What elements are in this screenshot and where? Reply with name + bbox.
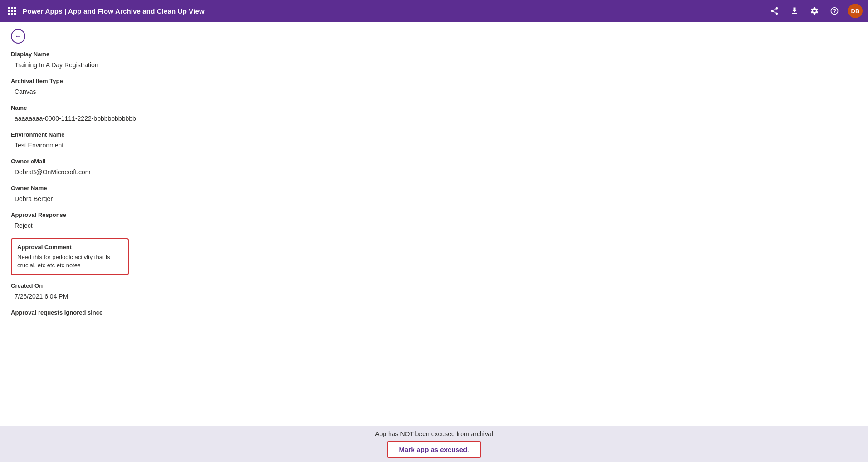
share-icon[interactable] <box>768 5 781 17</box>
top-navigation: Power Apps | App and Flow Archive and Cl… <box>0 0 868 22</box>
archival-item-type-section: Archival Item Type Canvas <box>11 78 857 97</box>
svg-rect-1 <box>11 7 13 9</box>
svg-rect-5 <box>14 10 16 12</box>
mark-excused-button[interactable]: Mark app as excused. <box>387 441 481 458</box>
svg-rect-8 <box>14 13 16 15</box>
created-on-value: 7/26/2021 6:04 PM <box>11 291 857 302</box>
approval-comment-box: Approval Comment Need this for periodic … <box>11 238 129 275</box>
nav-icon-group: DB <box>768 4 863 18</box>
owner-email-section: Owner eMail DebraB@OnMicrosoft.com <box>11 158 857 177</box>
owner-name-label: Owner Name <box>11 185 857 192</box>
help-icon[interactable] <box>828 5 841 17</box>
bottom-bar: App has NOT been excused from archival M… <box>0 426 868 462</box>
svg-rect-7 <box>11 13 13 15</box>
name-value: aaaaaaaa-0000-1111-2222-bbbbbbbbbbbb <box>11 113 857 124</box>
display-name-section: Display Name Training In A Day Registrat… <box>11 51 857 70</box>
main-content: ← Display Name Training In A Day Registr… <box>0 22 868 462</box>
approval-comment-section: Approval Comment Need this for periodic … <box>11 238 857 275</box>
owner-email-label: Owner eMail <box>11 158 857 165</box>
approval-comment-label: Approval Comment <box>17 244 122 251</box>
svg-rect-2 <box>14 7 16 9</box>
environment-name-value: Test Environment <box>11 140 857 151</box>
name-label: Name <box>11 104 857 111</box>
owner-name-value: Debra Berger <box>11 193 857 204</box>
name-section: Name aaaaaaaa-0000-1111-2222-bbbbbbbbbbb… <box>11 104 857 124</box>
svg-rect-3 <box>8 10 10 12</box>
approval-response-value: Reject <box>11 220 857 231</box>
approval-comment-text: Need this for periodic activity that is … <box>17 253 122 270</box>
excusal-status-text: App has NOT been excused from archival <box>375 430 493 437</box>
archival-item-type-label: Archival Item Type <box>11 78 857 84</box>
approval-requests-ignored-label: Approval requests ignored since <box>11 309 857 316</box>
display-name-label: Display Name <box>11 51 857 58</box>
svg-rect-6 <box>8 13 10 15</box>
settings-icon[interactable] <box>808 5 821 17</box>
archival-item-type-value: Canvas <box>11 86 857 97</box>
user-avatar[interactable]: DB <box>848 4 863 18</box>
created-on-section: Created On 7/26/2021 6:04 PM <box>11 282 857 302</box>
approval-requests-ignored-section: Approval requests ignored since <box>11 309 857 316</box>
owner-email-value: DebraB@OnMicrosoft.com <box>11 167 857 177</box>
display-name-value: Training In A Day Registration <box>11 59 857 70</box>
svg-rect-4 <box>11 10 13 12</box>
owner-name-section: Owner Name Debra Berger <box>11 185 857 204</box>
approval-response-label: Approval Response <box>11 211 857 218</box>
environment-name-section: Environment Name Test Environment <box>11 131 857 151</box>
created-on-label: Created On <box>11 282 857 289</box>
approval-response-section: Approval Response Reject <box>11 211 857 231</box>
svg-rect-0 <box>8 7 10 9</box>
environment-name-label: Environment Name <box>11 131 857 138</box>
back-button[interactable]: ← <box>11 29 25 44</box>
download-icon[interactable] <box>788 5 801 17</box>
waffle-menu-icon[interactable] <box>5 5 18 17</box>
app-title: Power Apps | App and Flow Archive and Cl… <box>23 7 205 15</box>
